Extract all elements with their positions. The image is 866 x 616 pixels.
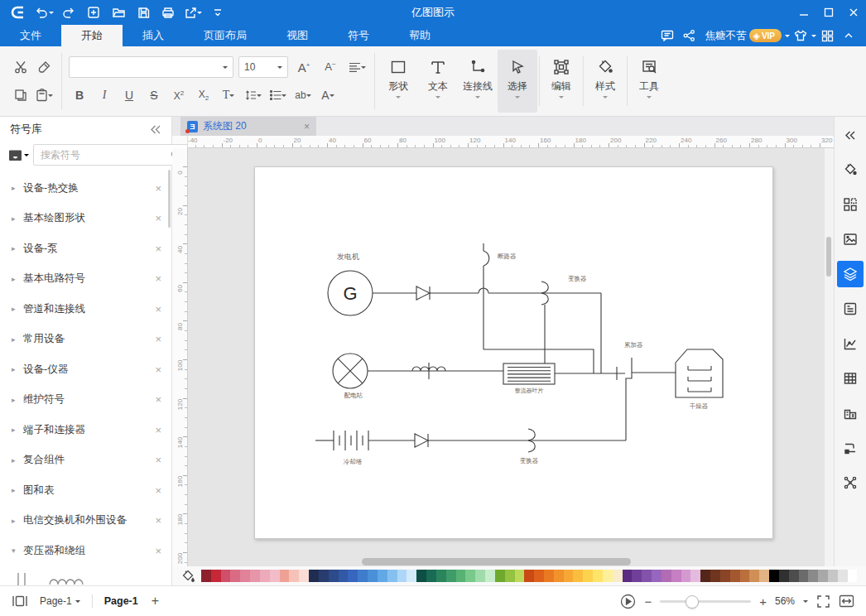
subscript-button[interactable]: X2 (193, 84, 214, 106)
color-swatch[interactable] (808, 570, 818, 582)
line-spacing-button[interactable] (243, 84, 264, 106)
fill-color-icon[interactable] (179, 569, 197, 584)
symbol-library-item[interactable]: ▸基本电路符号× (0, 264, 171, 295)
tab-page-layout[interactable]: 页面布局 (184, 25, 267, 46)
theme-shirt-button[interactable] (790, 26, 811, 46)
paste-button[interactable] (33, 84, 55, 106)
library-drawer-button[interactable] (8, 145, 29, 165)
add-page-button[interactable]: + (152, 594, 159, 609)
symbols-panel-button[interactable] (837, 191, 864, 218)
color-swatch[interactable] (564, 570, 574, 582)
line-spacing-caret-icon[interactable] (257, 94, 262, 99)
color-swatch[interactable] (416, 570, 426, 582)
color-swatch[interactable] (700, 570, 710, 582)
font-color-caret-icon[interactable] (330, 94, 334, 99)
close-library-icon[interactable]: × (155, 212, 161, 224)
bullet-list-caret-icon[interactable] (281, 94, 286, 99)
color-swatch[interactable] (779, 570, 789, 582)
character-spacing-caret-icon[interactable] (306, 94, 311, 99)
tab-insert[interactable]: 插入 (123, 25, 184, 46)
close-library-icon[interactable]: × (155, 393, 161, 406)
color-swatch[interactable] (240, 570, 250, 582)
symbol-search-box[interactable] (33, 144, 188, 166)
font-size-select[interactable]: 10 (238, 56, 288, 78)
symbol-library-item[interactable]: ▸设备-热交换× (0, 173, 171, 204)
symbol-library-item[interactable]: ▸维护符号× (0, 385, 171, 416)
print-button[interactable] (156, 2, 180, 23)
symbol-library-item[interactable]: ▸常用设备× (0, 325, 171, 355)
expand-arrow-icon[interactable]: ▸ (12, 305, 23, 313)
feedback-button[interactable] (657, 26, 678, 46)
color-swatch[interactable] (329, 570, 339, 582)
color-swatch[interactable] (710, 570, 720, 582)
text-style-caret-icon[interactable] (229, 94, 234, 99)
close-library-icon[interactable]: × (155, 454, 161, 466)
color-swatch[interactable] (613, 570, 623, 582)
fill-style-panel-button[interactable] (837, 156, 864, 183)
vertical-scrollbar-thumb[interactable] (826, 237, 831, 277)
color-swatch[interactable] (319, 570, 329, 582)
symbol-library-item[interactable]: ▸设备-泵× (0, 233, 171, 264)
expand-arrow-icon[interactable]: ▸ (12, 335, 23, 344)
distribution-label[interactable]: 配电站 (344, 392, 363, 399)
color-swatch[interactable] (299, 570, 309, 582)
font-family-select[interactable] (69, 56, 233, 78)
close-library-icon[interactable]: × (155, 272, 161, 285)
breaker-label[interactable]: 断路器 (498, 253, 517, 260)
close-library-icon[interactable]: × (155, 545, 161, 557)
presentation-play-button[interactable] (620, 594, 636, 609)
save-button[interactable] (131, 2, 156, 23)
chart-panel-button[interactable] (837, 330, 864, 357)
drawing-canvas[interactable]: 发电机 G (188, 148, 824, 566)
undo-button[interactable] (31, 2, 56, 23)
color-swatch[interactable] (378, 570, 387, 582)
converter-bottom-label[interactable]: 变换器 (520, 457, 539, 464)
superscript-button[interactable]: X2 (168, 84, 190, 106)
rectifier-label[interactable]: 整流器叶片 (515, 387, 544, 394)
color-swatch[interactable] (642, 570, 652, 582)
image-panel-button[interactable] (837, 226, 864, 253)
paste-caret-icon[interactable] (48, 94, 53, 99)
color-swatch[interactable] (201, 570, 211, 582)
symbol-library-item[interactable]: ▸电信交换机和外围设备× (0, 506, 171, 537)
color-swatch[interactable] (848, 570, 858, 582)
color-swatch[interactable] (368, 570, 378, 582)
fullscreen-button[interactable] (816, 594, 830, 609)
generator-label[interactable]: 发电机 (337, 253, 359, 261)
color-swatch[interactable] (505, 570, 515, 582)
close-library-icon[interactable]: × (155, 333, 161, 345)
layers-panel-button[interactable] (837, 261, 864, 287)
cooling-tower-label[interactable]: 冷却塔 (344, 458, 363, 465)
color-swatch[interactable] (632, 570, 642, 582)
color-swatch[interactable] (309, 570, 319, 582)
color-swatch[interactable] (769, 570, 779, 582)
color-swatch[interactable] (730, 570, 740, 582)
color-swatch[interactable] (446, 570, 456, 582)
color-swatch[interactable] (818, 570, 828, 582)
color-swatch[interactable] (573, 570, 583, 582)
expand-arrow-icon[interactable]: ▸ (12, 396, 23, 404)
customize-quickbar-button[interactable] (205, 2, 230, 23)
color-swatch[interactable] (221, 570, 231, 582)
fit-to-window-button[interactable] (839, 594, 854, 608)
expand-arrow-icon[interactable]: ▸ (12, 486, 23, 494)
color-swatch[interactable] (270, 570, 280, 582)
zoom-level[interactable]: 56% (775, 595, 795, 607)
color-swatch[interactable] (456, 570, 466, 582)
symbol-library-item[interactable]: ▸端子和连接器× (0, 415, 171, 445)
color-swatch[interactable] (740, 570, 750, 582)
cooling-tower-symbol[interactable] (334, 431, 368, 450)
username[interactable]: 焦糖不苦 (705, 29, 746, 43)
vertical-scrollbar[interactable] (824, 148, 834, 566)
color-swatch[interactable] (671, 570, 681, 582)
select-tool-button[interactable]: 选择 (498, 50, 537, 113)
text-style-button[interactable]: T (218, 84, 239, 106)
expand-arrow-icon[interactable]: ▸ (12, 275, 23, 283)
color-swatch[interactable] (749, 570, 759, 582)
color-swatch[interactable] (407, 570, 416, 582)
symbol-library-item[interactable]: ▸管道和连接线× (0, 294, 171, 325)
color-swatch[interactable] (485, 570, 495, 582)
style-tool-button[interactable]: 样式 (585, 50, 625, 113)
color-swatch[interactable] (348, 570, 358, 582)
color-swatch[interactable] (681, 570, 691, 582)
